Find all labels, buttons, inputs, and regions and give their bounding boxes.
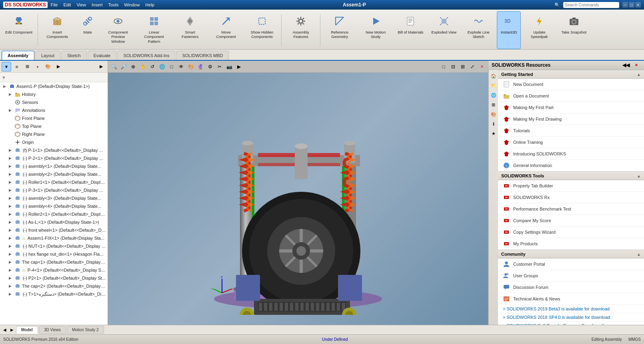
tree-item[interactable]: ▶(-) P2<1> (Default<<Default>_Display St… bbox=[0, 274, 108, 282]
close-view-btn[interactable]: × bbox=[478, 62, 486, 71]
tree-item[interactable]: ▶(-) hex flange nut_din<1> (Hexagon Flan… bbox=[0, 250, 108, 258]
toolbar-btn-insert-components[interactable]: Insert Components bbox=[40, 11, 75, 49]
tree-item[interactable]: ▶The cap<2> (Default<<Default>_Display S… bbox=[0, 282, 108, 290]
nav-folder[interactable]: 📁 bbox=[489, 81, 498, 90]
toolbar-btn-take-snapshot[interactable]: Take Snapshot bbox=[558, 11, 590, 49]
maximize-button[interactable]: □ bbox=[629, 2, 634, 8]
tree-item[interactable]: ▶(-) asembly<4> (Default<Display State..… bbox=[0, 202, 108, 210]
resource-item-making-first-drawing[interactable]: Making My First Drawing bbox=[498, 113, 644, 125]
resource-item-intro-solidworks[interactable]: Introducing SOLIDWORKS bbox=[498, 148, 644, 160]
toolbar-btn-edit-component[interactable]: Edit Component bbox=[2, 11, 36, 49]
news-item-0[interactable]: SOLIDWORKS 2019 Beta3 is available for d… bbox=[498, 305, 644, 313]
tree-item[interactable]: ▶(-) Roller1<1> (Default<<Default>_Displ… bbox=[0, 178, 108, 186]
toolbar-btn-linear-pattern[interactable]: Linear Component Pattern bbox=[136, 11, 172, 49]
nav-globe[interactable]: 🌐 bbox=[489, 91, 498, 99]
resource-item-general-info[interactable]: iGeneral Information bbox=[498, 160, 644, 171]
resource-item-open-document[interactable]: Open a Document bbox=[498, 90, 644, 102]
toolbar-btn-exploded-view[interactable]: Exploded View bbox=[428, 11, 460, 49]
split-h-btn[interactable]: ⊟ bbox=[449, 62, 458, 71]
nav-star[interactable]: ★ bbox=[489, 129, 498, 138]
hide-show-btn[interactable]: 👁 bbox=[177, 62, 186, 71]
nav-info[interactable]: ℹ bbox=[489, 119, 498, 128]
menu-view[interactable]: View bbox=[76, 2, 86, 7]
toolbar-btn-assembly-features[interactable]: Assembly Features bbox=[283, 11, 318, 49]
tree-btn-play[interactable]: ▶ bbox=[54, 62, 63, 72]
tree-btn-list[interactable]: ≡ bbox=[12, 62, 22, 72]
tree-item[interactable]: ▶(f) P-1<1> (Default<<Default>_Display S… bbox=[0, 146, 108, 154]
toolbar-btn-reference-geometry[interactable]: Reference Geometry bbox=[322, 11, 357, 49]
resource-item-performance-benchmark[interactable]: Performance Benchmark Test bbox=[498, 203, 644, 215]
tree-item[interactable]: Right Plane bbox=[0, 130, 108, 138]
tab-nav-next[interactable]: ▶ bbox=[9, 328, 15, 332]
toolbar-btn-smart-fasteners[interactable]: Smart Fasteners bbox=[172, 11, 208, 49]
display-toggle-btn[interactable]: ▶ bbox=[234, 62, 243, 71]
tab-layout[interactable]: Layout bbox=[35, 51, 60, 60]
tab-sketch[interactable]: Sketch bbox=[61, 51, 87, 60]
resource-item-compare-score[interactable]: Compare My Score bbox=[498, 215, 644, 227]
tree-item[interactable]: Origin bbox=[0, 138, 108, 146]
maximize-view-btn[interactable]: ⤢ bbox=[468, 62, 477, 71]
tree-item[interactable]: ▶(-) Roller2<1> (Default<<Default>_Displ… bbox=[0, 210, 108, 218]
resource-item-property-tab-builder[interactable]: Property Tab Builder bbox=[498, 180, 644, 192]
toolbar-btn-update-speedpak[interactable]: Update Speedpak bbox=[522, 11, 557, 49]
tree-item[interactable]: ▶(-) asembly<1> (Default<Display State..… bbox=[0, 162, 108, 170]
resource-item-making-first-part[interactable]: Making My First Part bbox=[498, 102, 644, 113]
view-settings-btn[interactable]: ⚙ bbox=[206, 62, 214, 71]
tree-btn-filter[interactable]: ▼ bbox=[2, 62, 11, 72]
camera-btn[interactable]: 📷 bbox=[225, 62, 234, 71]
feature-tree[interactable]: ▶Assem1-P (Default<Display State-1>)▶His… bbox=[0, 82, 108, 325]
tree-btn-expand[interactable]: ▶ bbox=[96, 62, 106, 72]
resource-item-online-training[interactable]: Online Training bbox=[498, 137, 644, 148]
view-orient-btn[interactable]: 🌐 bbox=[158, 62, 166, 71]
zoom-area-btn[interactable]: ⊕ bbox=[129, 62, 138, 71]
resource-item-discussion-forum[interactable]: Discussion Forum bbox=[498, 282, 644, 293]
tree-item[interactable]: Front Plane bbox=[0, 114, 108, 122]
nav-home[interactable]: 🏠 bbox=[489, 72, 498, 80]
tab-solidworks-mbd[interactable]: SOLIDWORKS MBD bbox=[176, 51, 229, 60]
tree-item[interactable]: ▶(-) asembly<3> (Default<Display State..… bbox=[0, 194, 108, 202]
menu-insert[interactable]: Insert bbox=[92, 2, 103, 7]
minimize-button[interactable]: − bbox=[622, 2, 628, 8]
tree-item[interactable]: ▶(-) T>دستگیره<1> (Default<<Default>_Dis… bbox=[0, 290, 108, 298]
menu-edit[interactable]: Edit bbox=[63, 2, 71, 7]
resource-item-tutorials[interactable]: Tutorials bbox=[498, 125, 644, 137]
tree-item[interactable]: ▶Assem1-P (Default<Display State-1>) bbox=[0, 82, 108, 90]
resource-item-my-products[interactable]: My Products bbox=[498, 238, 644, 250]
bottom-tab-motion-study-2[interactable]: Motion Study 2 bbox=[67, 326, 104, 334]
menu-window[interactable]: Window bbox=[124, 2, 140, 7]
3d-viewport[interactable]: 🔍 🔎 ⊕ ✋ ↺ 🌐 □ 👁 🎨 🔮 ⚙ ✂ 📷 ▶ □ ⊟ ⊞ ⤢ bbox=[108, 61, 488, 325]
toolbar-btn-instant3d[interactable]: 3DInstant3D bbox=[497, 11, 521, 49]
tree-item[interactable]: ▶(-) As-L;<1> (Default<Display State-1>) bbox=[0, 218, 108, 226]
toolbar-btn-component-preview[interactable]: Component Preview Window bbox=[100, 11, 136, 49]
section-solidworks-tools[interactable]: SOLIDWORKS Tools▲ bbox=[498, 171, 644, 180]
tree-item[interactable]: Sensors bbox=[0, 98, 108, 106]
split-v-btn[interactable]: ⊞ bbox=[458, 62, 467, 71]
toolbar-btn-move-component[interactable]: Move Component bbox=[208, 11, 244, 49]
section-community[interactable]: Community▲ bbox=[498, 250, 644, 258]
tree-item[interactable]: Top Plane bbox=[0, 122, 108, 130]
tree-item[interactable]: ▶(-) front wheel<1> (Default<<Default>_D… bbox=[0, 226, 108, 234]
toolbar-btn-show-hidden[interactable]: Show Hidden Components bbox=[244, 11, 280, 49]
resource-item-user-groups[interactable]: User Groups bbox=[498, 270, 644, 282]
tree-item[interactable]: ▶(-) asembly<2> (Default<Display State..… bbox=[0, 170, 108, 178]
tree-item[interactable]: ▶Annotations bbox=[0, 106, 108, 114]
toolbar-btn-mate[interactable]: Mate bbox=[76, 11, 100, 49]
menu-help[interactable]: Help bbox=[145, 2, 154, 7]
news-item-1[interactable]: SOLIDWORKS 2018 SP4.0 is available for d… bbox=[498, 313, 644, 322]
tab-nav-prev[interactable]: ◀ bbox=[2, 328, 8, 332]
resource-item-new-document[interactable]: New Document bbox=[498, 79, 644, 90]
menu-file[interactable]: File bbox=[51, 2, 58, 7]
tree-item[interactable]: ▶⚠ Assem1-FIX<1> (Default<Display Sta... bbox=[0, 234, 108, 242]
resource-item-copy-settings[interactable]: Copy Settings Wizard bbox=[498, 227, 644, 238]
tree-btn-color[interactable]: 🎨 bbox=[43, 62, 53, 72]
toolbar-btn-new-motion-study[interactable]: New Motion Study bbox=[358, 11, 393, 49]
nav-palette[interactable]: 🎨 bbox=[489, 110, 498, 119]
3d-assembly-view[interactable]: X Y Z bbox=[108, 73, 488, 325]
tree-item[interactable]: ▶⚠ P-4<1> (Default<<Default>_Display S..… bbox=[0, 266, 108, 274]
resource-item-customer-portal[interactable]: Customer Portal bbox=[498, 258, 644, 270]
close-button[interactable]: × bbox=[635, 2, 641, 8]
appearance-btn[interactable]: 🔮 bbox=[196, 62, 205, 71]
tree-item[interactable]: ▶(-) P-3<1> (Default<<Default>_Display S… bbox=[0, 186, 108, 194]
toolbar-btn-bill-of-materials[interactable]: Bill of Materials bbox=[394, 11, 427, 49]
collapse-panel-btn[interactable]: ◀◀ bbox=[622, 61, 630, 70]
